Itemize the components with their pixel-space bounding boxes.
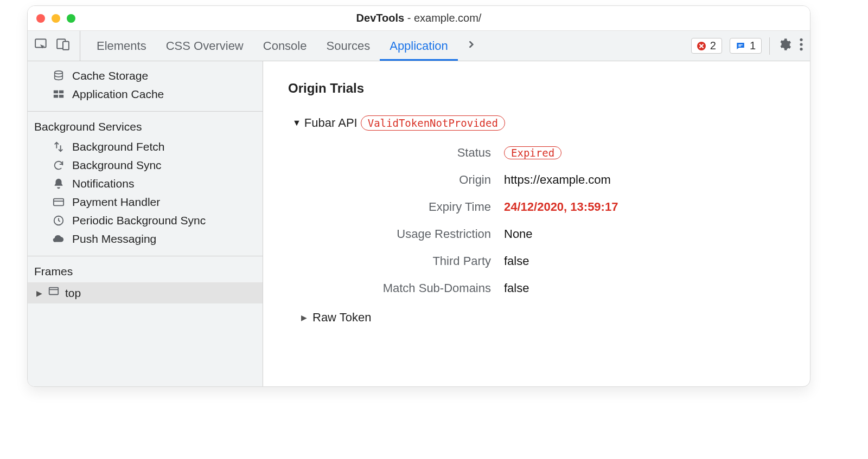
api-row[interactable]: ▼ Fubar API ValidTokenNotProvided — [292, 115, 788, 131]
expand-icon: ▶ — [36, 289, 42, 298]
tab-sources[interactable]: Sources — [316, 31, 380, 61]
third-party-value: false — [504, 254, 788, 268]
cloud-icon — [52, 232, 66, 246]
third-party-label: Third Party — [328, 254, 491, 268]
messages-count: 1 — [750, 40, 756, 52]
tab-css-overview[interactable]: CSS Overview — [156, 31, 253, 61]
match-subdomains-label: Match Sub-Domains — [328, 281, 491, 295]
sidebar-item-background-fetch[interactable]: Background Fetch — [28, 138, 263, 156]
messages-badge[interactable]: 1 — [730, 38, 762, 54]
svg-rect-13 — [54, 199, 63, 206]
usage-value: None — [504, 227, 788, 241]
details-grid: Status Expired Origin https://example.co… — [328, 146, 788, 295]
api-name: Fubar API — [304, 116, 358, 130]
settings-icon[interactable] — [777, 37, 792, 55]
devtools-toolbar: Elements CSS Overview Console Sources Ap… — [28, 31, 810, 61]
raw-token-label: Raw Token — [312, 311, 371, 325]
sidebar-section-frames: Frames — [28, 260, 263, 282]
more-tabs-button[interactable] — [458, 38, 485, 54]
message-icon — [736, 41, 745, 51]
frame-icon — [48, 286, 60, 300]
tab-console[interactable]: Console — [253, 31, 317, 61]
svg-point-6 — [800, 43, 802, 46]
sidebar: Cache Storage Application Cache Backgrou… — [28, 61, 263, 386]
maximize-window-button[interactable] — [67, 14, 75, 23]
window-controls — [36, 14, 75, 23]
title-url: example.com/ — [414, 12, 482, 24]
sidebar-section-background-services: Background Services — [28, 115, 263, 138]
origin-trials-heading: Origin Trials — [288, 81, 788, 96]
match-subdomains-value: false — [504, 281, 788, 295]
window-title: DevTools - example.com/ — [28, 12, 810, 24]
status-value: Expired — [504, 146, 788, 160]
expiry-value: 24/12/2020, 13:59:17 — [504, 200, 788, 214]
sidebar-item-notifications[interactable]: Notifications — [28, 174, 263, 193]
sidebar-item-application-cache[interactable]: Application Cache — [28, 85, 263, 104]
sidebar-item-payment-handler[interactable]: Payment Handler — [28, 193, 263, 211]
svg-rect-3 — [738, 44, 743, 46]
tab-application[interactable]: Application — [380, 31, 458, 61]
raw-token-row[interactable]: ▶ Raw Token — [301, 311, 788, 325]
svg-rect-11 — [54, 95, 58, 98]
errors-count: 2 — [710, 40, 716, 52]
status-label: Status — [328, 146, 491, 160]
sync-icon — [52, 158, 66, 172]
titlebar: DevTools - example.com/ — [28, 6, 810, 31]
error-icon — [697, 42, 706, 50]
expiry-label: Expiry Time — [328, 200, 491, 214]
sidebar-item-background-sync[interactable]: Background Sync — [28, 156, 263, 174]
card-icon — [52, 195, 66, 209]
svg-rect-4 — [738, 46, 741, 47]
frame-top-label: top — [65, 287, 81, 300]
expand-icon: ▶ — [301, 313, 307, 322]
token-status-badge: ValidTokenNotProvided — [361, 115, 505, 131]
frames-top-row[interactable]: ▶ top — [28, 282, 263, 303]
main-panel: Origin Trials ▼ Fubar API ValidTokenNotP… — [263, 61, 810, 386]
usage-label: Usage Restriction — [328, 227, 491, 241]
sidebar-item-cache-storage[interactable]: Cache Storage — [28, 67, 263, 85]
kebab-menu-icon[interactable] — [799, 37, 803, 55]
minimize-window-button[interactable] — [52, 14, 60, 23]
device-toolbar-icon[interactable] — [56, 37, 70, 55]
tab-elements[interactable]: Elements — [87, 31, 156, 61]
inspect-element-icon[interactable] — [34, 37, 48, 55]
svg-rect-9 — [54, 90, 58, 94]
title-app: DevTools — [356, 12, 405, 24]
origin-value: https://example.com — [504, 173, 788, 187]
transfer-icon — [52, 140, 66, 154]
svg-point-8 — [55, 71, 63, 74]
svg-point-7 — [800, 48, 802, 50]
svg-rect-2 — [63, 41, 69, 49]
devtools-window: DevTools - example.com/ Elements CSS Ove… — [27, 5, 810, 387]
svg-rect-16 — [49, 288, 59, 295]
errors-badge[interactable]: 2 — [691, 38, 722, 54]
close-window-button[interactable] — [36, 14, 45, 23]
svg-point-5 — [800, 38, 802, 41]
sidebar-item-periodic-background-sync[interactable]: Periodic Background Sync — [28, 211, 263, 230]
database-icon — [52, 69, 66, 83]
bell-icon — [52, 177, 66, 191]
clock-icon — [52, 214, 66, 228]
collapse-icon: ▼ — [292, 118, 301, 128]
svg-rect-10 — [59, 90, 63, 94]
sidebar-item-push-messaging[interactable]: Push Messaging — [28, 230, 263, 248]
grid-icon — [52, 87, 66, 101]
svg-rect-12 — [59, 95, 63, 98]
origin-label: Origin — [328, 173, 491, 187]
